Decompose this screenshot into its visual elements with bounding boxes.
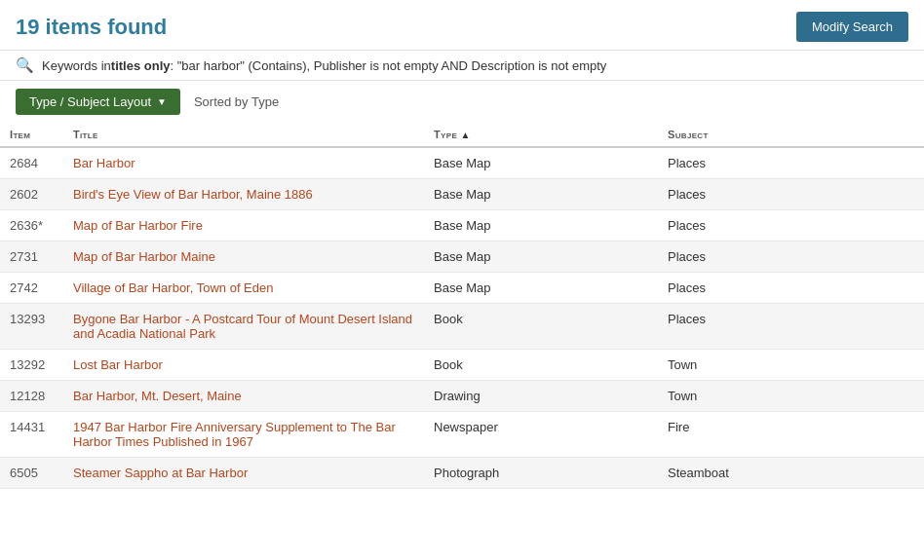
cell-type: Base Map xyxy=(424,242,658,273)
title-link[interactable]: Bygone Bar Harbor - A Postcard Tour of M… xyxy=(73,312,412,341)
cell-type: Base Map xyxy=(424,210,658,242)
cell-title: Bar Harbor, Mt. Desert, Maine xyxy=(63,381,424,412)
cell-title: Bygone Bar Harbor - A Postcard Tour of M… xyxy=(63,304,424,350)
cell-item: 2602 xyxy=(0,179,63,210)
sort-arrow-icon: ▲ xyxy=(460,130,470,140)
table-row: 2602Bird's Eye View of Bar Harbor, Maine… xyxy=(0,179,924,210)
cell-subject: Places xyxy=(658,273,924,304)
cell-title: Steamer Sappho at Bar Harbor xyxy=(63,458,424,489)
cell-subject: Steamboat xyxy=(658,458,924,489)
cell-title: 1947 Bar Harbor Fire Anniversary Supplem… xyxy=(63,412,424,458)
cell-type: Drawing xyxy=(424,381,658,412)
layout-button-label: Type / Subject Layout xyxy=(29,94,151,109)
cell-title: Bar Harbor xyxy=(63,147,424,179)
cell-item: 2742 xyxy=(0,273,63,304)
cell-type: Base Map xyxy=(424,179,658,210)
cell-title: Map of Bar Harbor Maine xyxy=(63,242,424,273)
table-row: 2636*Map of Bar Harbor FireBase MapPlace… xyxy=(0,210,924,242)
cell-type: Base Map xyxy=(424,147,658,179)
items-found-heading: 19 items found xyxy=(16,15,167,40)
search-query: : "bar harbor" (Contains), Publisher is … xyxy=(171,58,607,73)
cell-title: Lost Bar Harbor xyxy=(63,350,424,381)
cell-item: 14431 xyxy=(0,412,63,458)
table-row: 2742Village of Bar Harbor, Town of EdenB… xyxy=(0,273,924,304)
search-titles-label: titles only xyxy=(111,58,171,73)
cell-subject: Places xyxy=(658,242,924,273)
cell-item: 6505 xyxy=(0,458,63,489)
cell-item: 12128 xyxy=(0,381,63,412)
cell-subject: Places xyxy=(658,210,924,242)
table-row: 2731Map of Bar Harbor MaineBase MapPlace… xyxy=(0,242,924,273)
table-row: 6505Steamer Sappho at Bar HarborPhotogra… xyxy=(0,458,924,489)
cell-subject: Places xyxy=(658,179,924,210)
cell-title: Bird's Eye View of Bar Harbor, Maine 188… xyxy=(63,179,424,210)
search-info-bar: 🔍 Keywords in titles only : "bar harbor"… xyxy=(0,50,924,81)
cell-item: 2636* xyxy=(0,210,63,242)
cell-item: 13293 xyxy=(0,304,63,350)
table-row: 13292Lost Bar HarborBookTown xyxy=(0,350,924,381)
cell-subject: Places xyxy=(658,147,924,179)
table-row: 2684Bar HarborBase MapPlaces xyxy=(0,147,924,179)
modify-search-button[interactable]: Modify Search xyxy=(796,12,908,42)
cell-title: Map of Bar Harbor Fire xyxy=(63,210,424,242)
cell-subject: Places xyxy=(658,304,924,350)
search-icon: 🔍 xyxy=(16,56,34,74)
table-row: 12128Bar Harbor, Mt. Desert, MaineDrawin… xyxy=(0,381,924,412)
cell-title: Village of Bar Harbor, Town of Eden xyxy=(63,273,424,304)
cell-subject: Fire xyxy=(658,412,924,458)
table-header: Item Title Type ▲ Subject xyxy=(0,123,924,147)
cell-item: 2684 xyxy=(0,147,63,179)
title-link[interactable]: Bar Harbor, Mt. Desert, Maine xyxy=(73,389,242,403)
title-link[interactable]: Village of Bar Harbor, Town of Eden xyxy=(73,280,273,295)
cell-type: Newspaper xyxy=(424,412,658,458)
title-link[interactable]: 1947 Bar Harbor Fire Anniversary Supplem… xyxy=(73,420,396,449)
cell-item: 2731 xyxy=(0,242,63,273)
results-table: Item Title Type ▲ Subject 2684Bar Harbor… xyxy=(0,123,924,489)
title-link[interactable]: Bar Harbor xyxy=(73,156,135,170)
cell-type: Base Map xyxy=(424,273,658,304)
col-header-subject: Subject xyxy=(658,123,924,147)
cell-subject: Town xyxy=(658,350,924,381)
header-bar: 19 items found Modify Search xyxy=(0,0,924,50)
layout-button[interactable]: Type / Subject Layout ▼ xyxy=(16,89,180,115)
table-body: 2684Bar HarborBase MapPlaces2602Bird's E… xyxy=(0,147,924,489)
col-header-type[interactable]: Type ▲ xyxy=(424,123,658,147)
col-header-item: Item xyxy=(0,123,63,147)
title-link[interactable]: Map of Bar Harbor Maine xyxy=(73,249,215,264)
toolbar: Type / Subject Layout ▼ Sorted by Type xyxy=(0,81,924,123)
cell-item: 13292 xyxy=(0,350,63,381)
title-link[interactable]: Lost Bar Harbor xyxy=(73,357,163,372)
cell-type: Book xyxy=(424,304,658,350)
table-row: 13293Bygone Bar Harbor - A Postcard Tour… xyxy=(0,304,924,350)
table-row: 144311947 Bar Harbor Fire Anniversary Su… xyxy=(0,412,924,458)
sorted-by-label: Sorted by Type xyxy=(194,94,279,109)
cell-type: Book xyxy=(424,350,658,381)
cell-type: Photograph xyxy=(424,458,658,489)
title-link[interactable]: Steamer Sappho at Bar Harbor xyxy=(73,466,248,480)
title-link[interactable]: Bird's Eye View of Bar Harbor, Maine 188… xyxy=(73,187,313,202)
col-header-title: Title xyxy=(63,123,424,147)
search-prefix: Keywords in xyxy=(42,58,111,73)
cell-subject: Town xyxy=(658,381,924,412)
chevron-down-icon: ▼ xyxy=(157,96,167,107)
title-link[interactable]: Map of Bar Harbor Fire xyxy=(73,218,203,233)
